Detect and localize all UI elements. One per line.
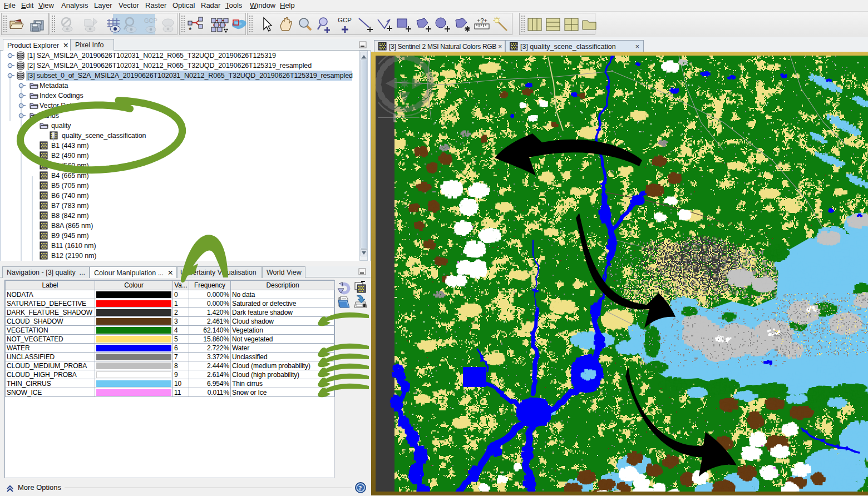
svg-text:*: *	[189, 26, 192, 34]
svg-text:+?+: +?+	[477, 17, 487, 24]
svg-text:GCP: GCP	[338, 17, 352, 23]
svg-text:?: ?	[358, 484, 362, 492]
svg-text:GCP: GCP	[144, 17, 157, 24]
